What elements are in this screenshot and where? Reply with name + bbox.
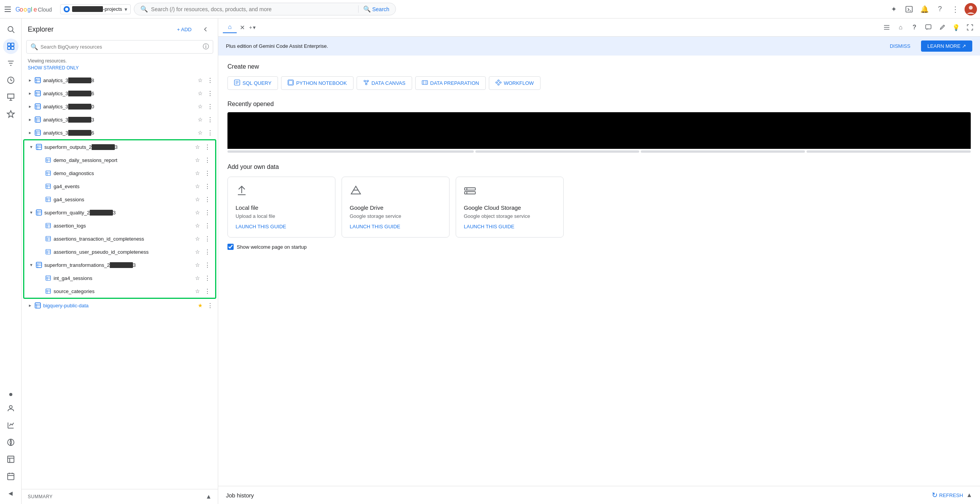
star-icon[interactable]: ☆ bbox=[193, 260, 202, 270]
learn-more-button[interactable]: LEARN MORE ↗ bbox=[921, 40, 972, 52]
tree-item-bigquery-public[interactable]: ▸ bigquery-public-data ★ ⋮ bbox=[22, 299, 218, 312]
data-preparation-button[interactable]: DATA PREPARATION bbox=[415, 76, 486, 90]
tree-item-analytics-2[interactable]: ▸ analytics_3████6 ☆ ⋮ bbox=[22, 87, 218, 100]
tree-item-superform-quality[interactable]: ▾ superform_quality_2████3 ☆ bbox=[24, 206, 215, 219]
tree-item-assertions-user[interactable]: assertions_user_pseudo_id_completeness ☆… bbox=[24, 245, 215, 258]
summary-collapse-icon[interactable]: ▲ bbox=[205, 493, 212, 500]
home-tab[interactable]: ⌂ bbox=[223, 22, 237, 33]
home-right-icon[interactable]: ⌂ bbox=[895, 22, 906, 33]
star-icon[interactable]: ☆ bbox=[193, 195, 202, 204]
more-icon[interactable]: ⋮ bbox=[203, 155, 212, 165]
rail-schedule-icon[interactable] bbox=[3, 469, 19, 484]
rail-dot-icon[interactable] bbox=[9, 393, 12, 396]
gemini-icon[interactable]: ✦ bbox=[887, 3, 900, 15]
search-input[interactable] bbox=[151, 6, 355, 12]
project-selector[interactable]: -projects ▾ bbox=[60, 4, 131, 14]
cloud-storage-guide-link[interactable]: LAUNCH THIS GUIDE bbox=[464, 224, 556, 229]
google-drive-card[interactable]: Google Drive Google storage service LAUN… bbox=[342, 177, 450, 238]
python-notebook-button[interactable]: PYTHON NOTEBOOK bbox=[281, 76, 353, 90]
tree-item-superform-outputs[interactable]: ▾ superform_outputs_2████3 ☆ bbox=[24, 140, 215, 153]
star-icon[interactable]: ☆ bbox=[193, 169, 202, 178]
more-icon[interactable]: ⋮ bbox=[205, 89, 215, 98]
tree-item-assertion-logs[interactable]: assertion_logs ☆ ⋮ bbox=[24, 219, 215, 232]
rail-filter-icon[interactable] bbox=[3, 56, 19, 71]
star-icon[interactable]: ☆ bbox=[193, 247, 202, 256]
more-icon[interactable]: ⋮ bbox=[205, 76, 215, 85]
tree-item-ga4-sessions[interactable]: ga4_sessions ☆ ⋮ bbox=[24, 193, 215, 206]
star-icon[interactable]: ☆ bbox=[195, 76, 205, 85]
star-icon[interactable]: ☆ bbox=[195, 128, 205, 137]
more-icon[interactable]: ⋮ bbox=[205, 128, 215, 137]
fullscreen-icon[interactable] bbox=[965, 22, 975, 33]
rail-explorer-icon[interactable] bbox=[3, 39, 19, 54]
tree-item-analytics-4[interactable]: ▸ analytics_3████3 ☆ ⋮ bbox=[22, 113, 218, 126]
star-icon[interactable]: ☆ bbox=[193, 273, 202, 283]
welcome-checkbox[interactable] bbox=[227, 244, 234, 250]
star-icon[interactable]: ★ bbox=[195, 301, 205, 310]
list-view-icon[interactable] bbox=[881, 22, 892, 33]
help-circle-icon[interactable]: ⓘ bbox=[203, 43, 209, 51]
sql-query-button[interactable]: SQL QUERY bbox=[227, 76, 278, 90]
global-search-bar[interactable]: 🔍 🔍 Search bbox=[134, 3, 396, 15]
star-icon[interactable]: ☆ bbox=[195, 115, 205, 124]
dismiss-button[interactable]: DISMISS bbox=[885, 41, 915, 51]
tree-item-assertions-transaction[interactable]: assertions_transaction_id_completeness ☆… bbox=[24, 232, 215, 245]
help-icon[interactable]: ? bbox=[934, 3, 946, 15]
more-icon[interactable]: ⋮ bbox=[203, 287, 212, 296]
terminal-icon[interactable] bbox=[903, 3, 915, 15]
more-icon[interactable]: ⋮ bbox=[203, 208, 212, 217]
tree-item-superform-transformations[interactable]: ▾ superform_transformations_2████3 ☆ bbox=[24, 258, 215, 271]
local-file-guide-link[interactable]: LAUNCH THIS GUIDE bbox=[236, 224, 327, 229]
tree-item-source-categories[interactable]: source_categories ☆ ⋮ bbox=[24, 285, 215, 298]
show-starred-link[interactable]: SHOW STARRED ONLY bbox=[22, 65, 218, 74]
tree-item-analytics-3[interactable]: ▸ analytics_3████0 ☆ ⋮ bbox=[22, 100, 218, 113]
edit-icon[interactable] bbox=[937, 22, 948, 33]
tree-item-int-ga4-sessions[interactable]: int_ga4_sessions ☆ ⋮ bbox=[24, 271, 215, 285]
more-icon[interactable]: ⋮ bbox=[205, 102, 215, 111]
refresh-button[interactable]: ↻ REFRESH bbox=[932, 491, 963, 499]
rail-pin-icon[interactable] bbox=[3, 106, 19, 122]
star-icon[interactable]: ☆ bbox=[193, 287, 202, 296]
data-canvas-button[interactable]: DATA CANVAS bbox=[357, 76, 412, 90]
close-tab-button[interactable]: ✕ bbox=[238, 24, 246, 31]
help-right-icon[interactable]: ? bbox=[909, 22, 920, 33]
star-icon[interactable]: ☆ bbox=[195, 89, 205, 98]
hamburger-menu[interactable] bbox=[3, 5, 12, 14]
star-icon[interactable]: ☆ bbox=[195, 102, 205, 111]
more-icon[interactable]: ⋮ bbox=[205, 301, 215, 310]
local-file-card[interactable]: Local file Upload a local file LAUNCH TH… bbox=[227, 177, 335, 238]
google-cloud-storage-card[interactable]: Google Cloud Storage Google object stora… bbox=[456, 177, 564, 238]
workflow-button[interactable]: WORKFLOW bbox=[489, 76, 541, 90]
star-icon[interactable]: ☆ bbox=[193, 182, 202, 191]
star-icon[interactable]: ☆ bbox=[193, 155, 202, 165]
google-drive-guide-link[interactable]: LAUNCH THIS GUIDE bbox=[350, 224, 441, 229]
more-options-icon[interactable]: ⋮ bbox=[949, 3, 961, 15]
rail-compass-icon[interactable] bbox=[3, 435, 19, 450]
more-icon[interactable]: ⋮ bbox=[205, 115, 215, 124]
add-button[interactable]: + ADD bbox=[172, 24, 196, 35]
notifications-icon[interactable]: 🔔 bbox=[918, 3, 931, 15]
more-icon[interactable]: ⋮ bbox=[203, 260, 212, 270]
rail-search-icon[interactable] bbox=[3, 22, 19, 37]
bigquery-search-box[interactable]: 🔍 ⓘ bbox=[26, 40, 213, 54]
tree-item-analytics-5[interactable]: ▸ analytics_3████6 ☆ ⋮ bbox=[22, 126, 218, 139]
more-icon[interactable]: ⋮ bbox=[203, 247, 212, 256]
star-icon[interactable]: ☆ bbox=[193, 234, 202, 243]
bigquery-search-input[interactable] bbox=[40, 44, 200, 50]
rail-person-icon[interactable] bbox=[3, 401, 19, 416]
more-icon[interactable]: ⋮ bbox=[203, 195, 212, 204]
lightbulb-icon[interactable]: 💡 bbox=[951, 22, 961, 33]
tree-item-demo-daily[interactable]: demo_daily_sessions_report ☆ ⋮ bbox=[24, 153, 215, 167]
tree-item-demo-diagnostics[interactable]: demo_diagnostics ☆ ⋮ bbox=[24, 167, 215, 180]
star-icon[interactable]: ☆ bbox=[193, 142, 202, 152]
user-avatar[interactable] bbox=[965, 3, 977, 15]
rail-history-icon[interactable] bbox=[3, 72, 19, 88]
tree-item-analytics-1[interactable]: ▸ analytics_3████8 ☆ ⋮ bbox=[22, 74, 218, 87]
more-icon[interactable]: ⋮ bbox=[203, 273, 212, 283]
rail-table-icon[interactable] bbox=[3, 452, 19, 467]
more-icon[interactable]: ⋮ bbox=[203, 221, 212, 230]
star-icon[interactable]: ☆ bbox=[193, 221, 202, 230]
more-icon[interactable]: ⋮ bbox=[203, 234, 212, 243]
more-icon[interactable]: ⋮ bbox=[203, 169, 212, 178]
job-history-collapse-icon[interactable]: ▲ bbox=[966, 492, 972, 499]
